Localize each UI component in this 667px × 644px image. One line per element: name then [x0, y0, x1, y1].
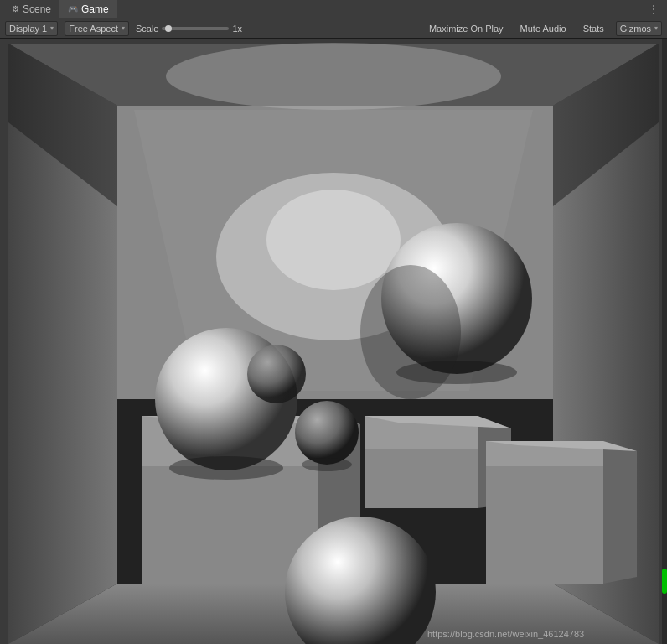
scale-value: 1x [232, 23, 242, 34]
gizmos-arrow: ▾ [654, 24, 658, 32]
gizmos-dropdown[interactable]: Gizmos ▾ [616, 21, 662, 36]
svg-point-38 [360, 265, 461, 399]
svg-marker-27 [603, 441, 637, 584]
scale-label: Scale [136, 23, 159, 34]
display-label: Display 1 [9, 23, 47, 34]
tab-scene[interactable]: ⚙ Scene [3, 0, 59, 18]
scale-slider-thumb [165, 25, 172, 32]
mute-label: Mute Audio [520, 23, 566, 34]
stats-button[interactable]: Stats [578, 23, 609, 34]
aspect-dropdown[interactable]: Free Aspect ▾ [65, 21, 129, 36]
url-text: https://blog.csdn.net/weixin_46124783 [427, 629, 584, 639]
scale-slider[interactable] [162, 27, 229, 30]
maximize-label: Maximize On Play [429, 23, 504, 34]
tab-game[interactable]: 🎮 Game [59, 0, 117, 18]
more-icon: ⋮ [649, 3, 659, 15]
aspect-group: Free Aspect ▾ [65, 21, 129, 36]
maximize-on-play-button[interactable]: Maximize On Play [424, 23, 509, 34]
svg-point-35 [247, 345, 306, 403]
svg-point-6 [166, 43, 501, 110]
gizmos-label: Gizmos [620, 23, 651, 34]
display-dropdown[interactable]: Display 1 ▾ [5, 21, 58, 36]
svg-point-30 [302, 458, 352, 471]
scene-icon: ⚙ [12, 4, 19, 13]
display-group: Display 1 ▾ [5, 21, 58, 36]
vertical-scrollbar[interactable] [662, 39, 667, 644]
scrollbar-thumb [662, 569, 667, 594]
game-toolbar: Display 1 ▾ Free Aspect ▾ Scale 1x Maxim… [0, 18, 667, 39]
svg-marker-26 [486, 466, 603, 584]
svg-point-29 [295, 401, 359, 465]
scale-group: Scale 1x [136, 23, 242, 34]
scene-svg: https://blog.csdn.net/weixin_46124783 [0, 39, 667, 644]
tab-scene-label: Scene [23, 3, 51, 15]
game-icon: 🎮 [68, 4, 78, 13]
svg-point-11 [266, 190, 401, 290]
svg-point-34 [169, 456, 283, 480]
more-menu-button[interactable]: ⋮ [644, 3, 664, 15]
aspect-arrow: ▾ [122, 24, 125, 32]
aspect-label: Free Aspect [69, 23, 118, 34]
game-viewport: https://blog.csdn.net/weixin_46124783 [0, 39, 667, 644]
tab-bar: ⚙ Scene 🎮 Game ⋮ [0, 0, 667, 18]
stats-label: Stats [583, 23, 604, 34]
mute-audio-button[interactable]: Mute Audio [515, 23, 571, 34]
svg-marker-21 [365, 449, 478, 508]
display-arrow: ▾ [50, 24, 54, 32]
tab-game-label: Game [81, 3, 109, 15]
